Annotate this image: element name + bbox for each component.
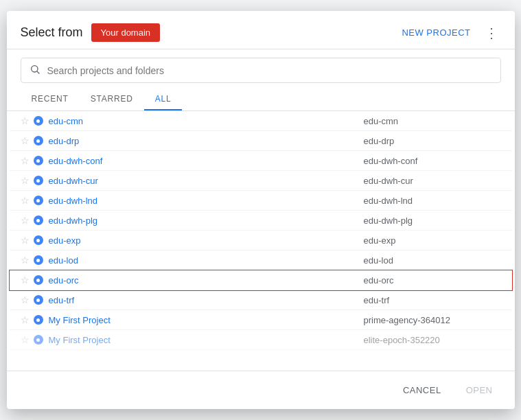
project-id: edu-dwh-lnd [364, 196, 501, 206]
tab-all[interactable]: ALL [144, 89, 183, 110]
cancel-button[interactable]: CANCEL [395, 380, 450, 401]
project-icon [34, 275, 43, 285]
project-name: My First Project [49, 315, 364, 325]
project-id: edu-exp [364, 235, 501, 246]
star-button[interactable]: ☆ [21, 334, 30, 345]
dialog-footer: CANCEL OPEN [7, 371, 515, 409]
dialog-header: Select from Your domain NEW PROJECT ⋮ [7, 11, 515, 49]
search-bar [21, 58, 501, 83]
project-icon [34, 295, 43, 305]
table-row[interactable]: ☆edu-drpedu-drp [10, 131, 512, 151]
star-button[interactable]: ☆ [21, 314, 30, 325]
star-button[interactable]: ☆ [21, 215, 30, 226]
tab-recent[interactable]: RECENT [21, 89, 80, 110]
project-id: edu-cmn [364, 116, 501, 126]
star-button[interactable]: ☆ [21, 155, 30, 166]
project-name: edu-drp [49, 136, 364, 146]
table-row[interactable]: ☆edu-trfedu-trf [10, 290, 512, 310]
project-icon [34, 196, 43, 205]
project-selector-dialog: Select from Your domain NEW PROJECT ⋮ RE… [7, 11, 515, 409]
header-right: NEW PROJECT ⋮ [402, 25, 500, 41]
project-name: edu-cmn [49, 116, 364, 126]
table-row[interactable]: ☆edu-dwh-plgedu-dwh-plg [10, 211, 512, 231]
project-name: edu-dwh-cur [49, 176, 364, 186]
table-row[interactable]: ☆edu-lodedu-lod [10, 250, 512, 270]
project-icon [34, 136, 43, 145]
tab-starred[interactable]: STARRED [80, 89, 144, 110]
project-id: edu-drp [364, 136, 501, 146]
project-name: edu-lod [49, 255, 364, 266]
project-id: edu-dwh-plg [364, 215, 501, 226]
project-id: edu-dwh-cur [364, 176, 501, 186]
search-input[interactable] [47, 65, 492, 76]
star-button[interactable]: ☆ [21, 294, 30, 305]
table-row[interactable]: ☆edu-dwh-confedu-dwh-conf [10, 151, 512, 171]
table-row[interactable]: ☆My First Projectelite-epoch-352220 [10, 330, 512, 350]
project-id: edu-dwh-conf [364, 156, 501, 166]
table-row[interactable]: ☆edu-expedu-exp [10, 231, 512, 250]
project-name: edu-dwh-plg [49, 215, 364, 226]
open-button[interactable]: OPEN [458, 380, 501, 401]
your-domain-button[interactable]: Your domain [91, 23, 161, 42]
star-button[interactable]: ☆ [21, 175, 30, 186]
project-icon [34, 156, 43, 165]
svg-point-0 [31, 66, 37, 72]
table-row[interactable]: ☆edu-cmnedu-cmn [10, 111, 512, 131]
project-name: edu-dwh-conf [49, 156, 364, 166]
table-row[interactable]: ☆My First Projectprime-agency-364012 [10, 310, 512, 330]
star-button[interactable]: ☆ [21, 135, 30, 146]
project-id: elite-epoch-352220 [364, 335, 501, 345]
star-button[interactable]: ☆ [21, 255, 30, 266]
project-icon [34, 335, 43, 345]
select-from-label: Select from [21, 25, 83, 40]
project-icon [34, 176, 43, 185]
table-row[interactable]: ☆edu-dwh-lndedu-dwh-lnd [10, 191, 512, 211]
search-icon [30, 64, 40, 77]
tabs-bar: RECENT STARRED ALL [7, 89, 515, 111]
svg-line-1 [37, 71, 39, 73]
project-name: edu-trf [49, 295, 364, 305]
project-icon [34, 255, 43, 265]
project-id: edu-lod [364, 255, 501, 266]
project-id: prime-agency-364012 [364, 315, 501, 325]
new-project-button[interactable]: NEW PROJECT [402, 27, 470, 38]
project-icon [34, 116, 43, 126]
project-icon [34, 215, 43, 225]
project-name: edu-orc [49, 275, 364, 285]
project-id: edu-orc [364, 275, 501, 285]
project-icon [34, 315, 43, 325]
header-left: Select from Your domain [21, 23, 161, 42]
table-row[interactable]: ☆edu-dwh-curedu-dwh-cur [10, 171, 512, 191]
project-name: My First Project [49, 335, 364, 345]
projects-list: ☆edu-cmnedu-cmn☆edu-drpedu-drp☆edu-dwh-c… [7, 111, 515, 371]
project-name: edu-dwh-lnd [49, 196, 364, 206]
more-options-button[interactable]: ⋮ [482, 25, 501, 41]
project-name: edu-exp [49, 235, 364, 246]
project-icon [34, 235, 43, 245]
table-row[interactable]: ☆edu-orcedu-orc [10, 270, 512, 290]
star-button[interactable]: ☆ [21, 115, 30, 126]
star-button[interactable]: ☆ [21, 275, 30, 285]
project-id: edu-trf [364, 295, 501, 305]
star-button[interactable]: ☆ [21, 235, 30, 246]
star-button[interactable]: ☆ [21, 195, 30, 206]
